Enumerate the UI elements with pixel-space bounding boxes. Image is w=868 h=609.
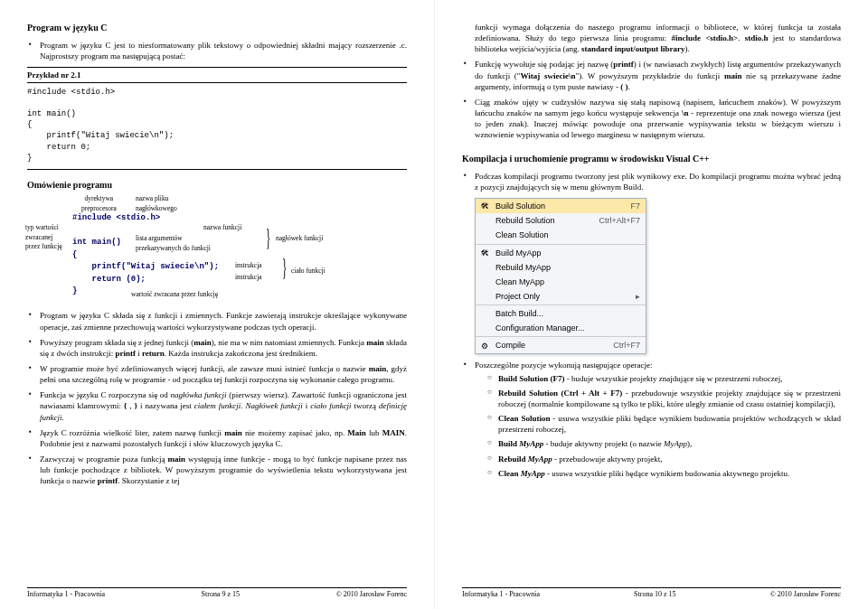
foot-copy: © 2010 Jarosław Forenc bbox=[336, 590, 407, 600]
foot-page-r: Strona 10 z 15 bbox=[634, 590, 675, 600]
footer-left: Informatyka 1 - Pracownia Strona 9 z 15 … bbox=[27, 587, 407, 600]
menu-build-solution[interactable]: 🛠Build SolutionF7 bbox=[476, 199, 646, 213]
menu-build-myapp[interactable]: 🛠Build MyApp bbox=[476, 246, 646, 260]
footer-right: Informatyka 1 - Pracownia Strona 10 z 15… bbox=[462, 587, 841, 600]
menu-separator-1 bbox=[476, 244, 646, 245]
b2: Powyższy program składa się z jednej fun… bbox=[27, 337, 407, 359]
o2: Rebuild Solution (Ctrl + Alt + F7) - prz… bbox=[475, 388, 841, 409]
annotated-diagram: #include <stdio.h> int main() { printf("… bbox=[27, 196, 407, 303]
page-right: funkcji wymaga dołączenia do naszego pro… bbox=[434, 0, 868, 609]
o1: Build Solution (F7) - buduje wszystkie p… bbox=[475, 373, 841, 384]
r1: funkcji wymaga dołączenia do naszego pro… bbox=[462, 22, 841, 54]
menu-project-only[interactable]: Project Only▸ bbox=[476, 289, 646, 304]
menu-batch-build[interactable]: Batch Build... bbox=[476, 306, 646, 321]
r3: Ciąg znaków ujęty w cudzysłów nazywa się… bbox=[462, 97, 841, 141]
foot-page: Strona 9 z 15 bbox=[202, 590, 240, 600]
compile-list: Podczas kompilacji programu tworzony jes… bbox=[462, 171, 841, 192]
foot-course: Informatyka 1 - Pracownia bbox=[27, 590, 105, 600]
o5: Rebuild MyApp - przebudowuje aktywny pro… bbox=[475, 454, 841, 464]
b1: Program w języku C składa się z funkcji … bbox=[27, 310, 407, 332]
annot-code: #include <stdio.h> int main() { printf("… bbox=[72, 212, 219, 298]
label-instrukcja-1: instrukcja bbox=[235, 261, 262, 270]
brace-body-icon: } bbox=[282, 255, 287, 280]
label-nazwa-pliku: nazwa pliku nagłówkowego bbox=[136, 194, 177, 212]
example-label: Przykład nr 2.1 bbox=[27, 67, 407, 83]
foot-copy-r: © 2010 Jarosław Forenc bbox=[770, 590, 841, 600]
right-cont-list: funkcji wymaga dołączenia do naszego pro… bbox=[462, 22, 841, 140]
label-nazwa-funkcji: nazwa funkcji bbox=[203, 223, 241, 232]
ops-list-intro: Poszczególne pozycje wykonują następując… bbox=[462, 360, 841, 479]
menu-clean-myapp[interactable]: Clean MyApp bbox=[476, 275, 646, 289]
example-code: #include <stdio.h> int main() { printf("… bbox=[27, 87, 407, 164]
label-cialo: ciało funkcji bbox=[291, 267, 326, 276]
label-dyrektywa: dyrektywa preprocesora bbox=[81, 194, 117, 212]
heading-program: Program w języku C bbox=[27, 22, 407, 34]
brace-header-icon: } bbox=[266, 225, 270, 250]
intro-text: Program w języku C jest to niesformatowa… bbox=[27, 40, 407, 61]
b4: Funkcja w języku C rozpoczyna się od nag… bbox=[27, 389, 407, 422]
r2: Funkcję wywołuje się podając jej nazwę (… bbox=[462, 59, 841, 91]
label-naglowek: nagłówek funkcji bbox=[276, 234, 323, 243]
page-left: Program w języku C Program w języku C je… bbox=[0, 0, 434, 609]
build-menu: 🛠Build SolutionF7 Rebuild SolutionCtrl+A… bbox=[475, 198, 646, 353]
menu-separator-2 bbox=[476, 304, 646, 305]
o6: Clean MyApp - usuwa wszystkie pliki będą… bbox=[475, 468, 841, 479]
b6: Zazwyczaj w programie poza funkcją main … bbox=[27, 454, 407, 486]
label-typ: typ wartości zwracanej przez funkcję bbox=[25, 223, 62, 250]
build-icon: 🛠 bbox=[479, 201, 490, 211]
label-instrukcja-2: instrukcja bbox=[235, 273, 262, 282]
rb2: Poszczególne pozycje wykonują następując… bbox=[462, 360, 841, 479]
menu-clean-solution[interactable]: Clean Solution bbox=[476, 228, 646, 242]
label-wartosc: wartość zwracana przez funkcję bbox=[131, 290, 218, 299]
o3: Clean Solution - usuwa wszystkie pliki b… bbox=[475, 413, 841, 435]
compile-icon: ⚙ bbox=[479, 341, 490, 351]
heading-kompilacja: Kompilacja i uruchomienie programu w śro… bbox=[462, 153, 841, 165]
code-block: #include <stdio.h> int main() { printf("… bbox=[27, 87, 407, 170]
intro-list: Program w języku C jest to niesformatowa… bbox=[27, 40, 407, 61]
b3: W programie może być zdefiniowanych więc… bbox=[27, 363, 407, 385]
foot-course-r: Informatyka 1 - Pracownia bbox=[462, 590, 540, 600]
label-lista: lista argumentów przekazywanych do funkc… bbox=[136, 234, 211, 252]
menu-compile[interactable]: ⚙CompileCtrl+F7 bbox=[476, 338, 646, 352]
menu-separator-3 bbox=[476, 336, 646, 337]
b5: Język C rozróżnia wielkość liter, zatem … bbox=[27, 427, 407, 449]
o4: Build MyApp - buduje aktywny projekt (o … bbox=[475, 438, 841, 449]
menu-config-mgr[interactable]: Configuration Manager... bbox=[476, 321, 646, 335]
discussion-list: Program w języku C składa się z funkcji … bbox=[27, 310, 407, 486]
rb1: Podczas kompilacji programu tworzony jes… bbox=[462, 171, 841, 192]
build-icon-2: 🛠 bbox=[479, 248, 490, 258]
heading-discussion: Omówienie programu bbox=[27, 179, 407, 192]
ops-list: Build Solution (F7) - buduje wszystkie p… bbox=[475, 373, 841, 479]
menu-rebuild-myapp[interactable]: Rebuild MyApp bbox=[476, 260, 646, 275]
menu-rebuild-solution[interactable]: Rebuild SolutionCtrl+Alt+F7 bbox=[476, 213, 646, 228]
